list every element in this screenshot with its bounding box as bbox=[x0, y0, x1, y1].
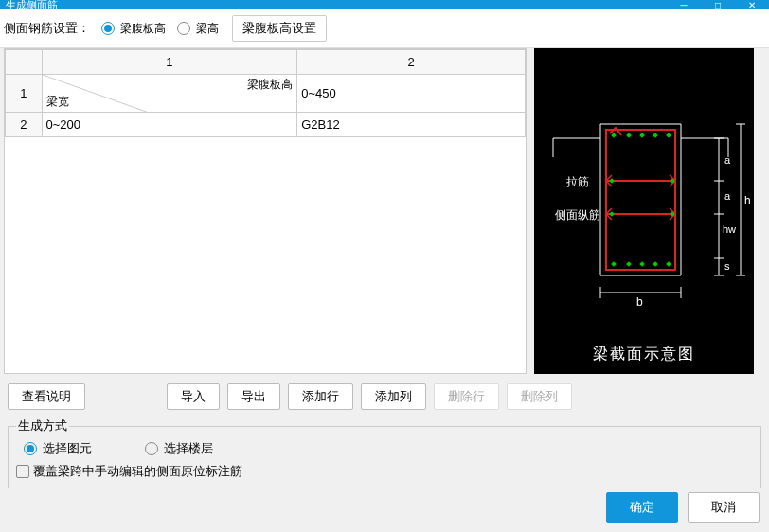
settings-toolbar: 侧面钢筋设置： 梁腹板高 梁高 梁腹板高设置 bbox=[0, 9, 769, 48]
svg-rect-11 bbox=[639, 133, 645, 138]
cancel-button[interactable]: 取消 bbox=[688, 492, 760, 523]
del-row-button[interactable]: 删除行 bbox=[434, 383, 499, 410]
title-bar: 生成侧面筋 ─ □ ✕ bbox=[0, 0, 769, 9]
col-head-1[interactable]: 1 bbox=[42, 50, 297, 75]
ok-button[interactable]: 确定 bbox=[606, 492, 678, 523]
maximize-button[interactable]: □ bbox=[701, 0, 735, 9]
svg-text:s: s bbox=[724, 260, 730, 272]
section-preview: 拉筋 侧面纵筋 a a hw s h b bbox=[534, 48, 754, 374]
add-row-button[interactable]: 添加行 bbox=[288, 383, 353, 410]
diag-top-label: 梁腹板高 bbox=[247, 77, 293, 93]
svg-rect-9 bbox=[611, 133, 617, 138]
row-head-2[interactable]: 2 bbox=[6, 113, 43, 137]
diagram-caption: 梁截面示意图 bbox=[534, 345, 754, 364]
radio-beam-web-height[interactable] bbox=[101, 22, 115, 35]
checkbox-override-label: 覆盖梁跨中手动编辑的侧面原位标注筋 bbox=[33, 463, 242, 480]
diag-header-cell: 梁腹板高 梁宽 bbox=[42, 75, 297, 113]
svg-text:b: b bbox=[636, 295, 643, 309]
label-side-bar: 侧面纵筋 bbox=[555, 208, 600, 222]
close-button[interactable]: ✕ bbox=[735, 0, 769, 9]
svg-text:hw: hw bbox=[723, 223, 736, 235]
checkbox-override[interactable] bbox=[16, 465, 29, 478]
radio-select-element-label: 选择图元 bbox=[43, 440, 92, 457]
radio-beam-web-height-label: 梁腹板高 bbox=[120, 21, 166, 37]
view-help-button[interactable]: 查看说明 bbox=[8, 383, 85, 410]
export-button[interactable]: 导出 bbox=[227, 383, 280, 410]
radio-beam-height-label: 梁高 bbox=[196, 21, 219, 37]
svg-text:a: a bbox=[724, 190, 731, 202]
label-tie-bar: 拉筋 bbox=[566, 175, 589, 188]
svg-rect-10 bbox=[626, 133, 632, 138]
col-head-2[interactable]: 2 bbox=[297, 50, 526, 75]
radio-select-floor[interactable] bbox=[145, 442, 158, 455]
diag-bottom-label: 梁宽 bbox=[46, 94, 69, 110]
cell-2-2[interactable]: G2B12 bbox=[297, 113, 526, 137]
generate-mode-legend: 生成方式 bbox=[16, 417, 69, 434]
radio-select-floor-label: 选择楼层 bbox=[164, 440, 213, 457]
radio-beam-height[interactable] bbox=[177, 22, 190, 35]
beam-web-height-config-button[interactable]: 梁腹板高设置 bbox=[232, 15, 327, 42]
generate-mode-group: 生成方式 选择图元 选择楼层 覆盖梁跨中手动编辑的侧面原位标注筋 bbox=[8, 417, 761, 488]
grid-corner bbox=[6, 50, 43, 75]
add-col-button[interactable]: 添加列 bbox=[361, 383, 426, 410]
cell-2-1[interactable]: 0~200 bbox=[42, 113, 297, 137]
svg-rect-21 bbox=[653, 261, 658, 267]
del-col-button[interactable]: 删除列 bbox=[507, 383, 572, 410]
svg-rect-16 bbox=[609, 211, 615, 217]
import-button[interactable]: 导入 bbox=[167, 383, 220, 410]
radio-select-element[interactable] bbox=[24, 442, 37, 455]
svg-rect-18 bbox=[611, 261, 617, 267]
minimize-button[interactable]: ─ bbox=[667, 0, 701, 9]
svg-text:h: h bbox=[744, 194, 751, 207]
cell-1-2[interactable]: 0~450 bbox=[297, 75, 526, 113]
svg-rect-20 bbox=[639, 261, 645, 267]
svg-text:a: a bbox=[724, 154, 731, 166]
dialog-footer: 确定 取消 bbox=[606, 492, 760, 523]
svg-rect-22 bbox=[666, 261, 671, 267]
row-head-1[interactable]: 1 bbox=[6, 75, 43, 113]
svg-rect-14 bbox=[609, 178, 615, 184]
window-title: 生成侧面筋 bbox=[6, 0, 58, 9]
setting-label: 侧面钢筋设置： bbox=[4, 20, 90, 37]
data-grid[interactable]: 1 2 1 梁腹板高 梁宽 0~450 2 0~200 G2B12 bbox=[4, 48, 527, 374]
svg-rect-6 bbox=[606, 130, 675, 270]
svg-rect-12 bbox=[653, 133, 658, 138]
svg-rect-19 bbox=[626, 261, 632, 267]
svg-rect-13 bbox=[666, 133, 671, 138]
action-button-row: 查看说明 导入 导出 添加行 添加列 删除行 删除列 bbox=[0, 374, 769, 417]
